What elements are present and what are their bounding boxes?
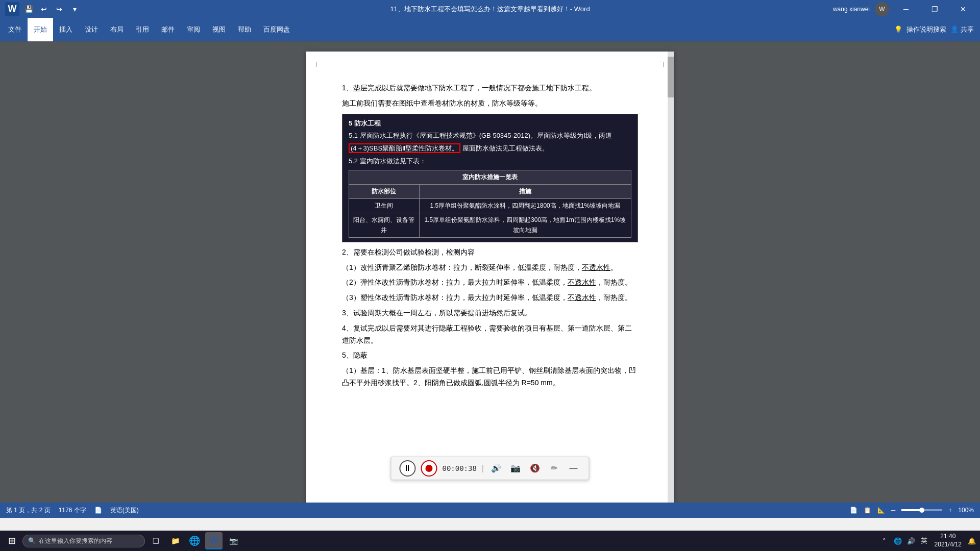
tab-file[interactable]: 文件 xyxy=(2,18,28,41)
tab-help[interactable]: 帮助 xyxy=(232,18,257,41)
page-info: 第 1 页，共 2 页 xyxy=(6,506,51,515)
layout-icon-2[interactable]: 📋 xyxy=(864,507,871,514)
taskbar-search-placeholder: 在这里输入你要搜索的内容 xyxy=(39,537,112,545)
clock-date: 2021/4/12 xyxy=(935,541,962,549)
taskbar-search[interactable]: 🔍 在这里输入你要搜索的内容 xyxy=(22,535,145,547)
tab-baidu[interactable]: 百度网盘 xyxy=(257,18,296,41)
task-view-button[interactable]: ❑ xyxy=(147,532,164,549)
camera-off-icon: 📷 xyxy=(510,462,521,475)
pen-icon: ✏ xyxy=(551,462,557,475)
underline-text-3: 不透水性 xyxy=(568,293,596,302)
vertical-scrollbar[interactable] xyxy=(668,52,674,503)
start-button[interactable]: ⊞ xyxy=(3,532,20,549)
tab-review[interactable]: 审阅 xyxy=(181,18,206,41)
share-button[interactable]: 👤 共享 xyxy=(950,25,974,34)
word-button[interactable]: W xyxy=(205,532,223,549)
close-button[interactable]: ✕ xyxy=(951,0,975,18)
document-title: 11、地下防水工程不会填写怎么办！这篇文章越早看到越好！- Word xyxy=(390,5,590,14)
volume-icon[interactable]: 🔊 xyxy=(906,536,916,546)
end-button[interactable]: — xyxy=(567,461,581,475)
title-bar: W 💾 ↩ ↪ ▾ 11、地下防水工程不会填写怎么办！这篇文章越早看到越好！- … xyxy=(0,0,980,18)
corner-tr xyxy=(658,62,664,67)
pause-icon: ⏸ xyxy=(403,462,411,475)
tab-home[interactable]: 开始 xyxy=(28,18,53,41)
camera-off-button[interactable]: 📷 xyxy=(508,461,523,475)
document-page: 1、垫层完成以后就需要做地下防水工程了，一般情况下都会施工地下防水工程。 施工前… xyxy=(306,52,674,503)
paragraph-5: （2）弹性体改性沥青防水卷材：拉力，最大拉力时延伸率，低温柔度，不透水性，耐热度… xyxy=(342,277,638,289)
end-icon: — xyxy=(570,462,578,475)
recording-toolbar: ⏸ 00:00:38 | 🔊 📷 🔇 ✏ — xyxy=(390,457,589,480)
zoom-minus-icon[interactable]: ─ xyxy=(891,507,896,514)
recording-time: 00:00:38 xyxy=(442,463,476,474)
section-title: 5 防水工程 xyxy=(349,118,631,129)
paragraph-9: 5、隐蔽 xyxy=(342,349,638,362)
undo-icon[interactable]: ↩ xyxy=(38,3,50,15)
ribbon: 文件 开始 插入 设计 布局 引用 邮件 审阅 视图 帮助 百度网盘 💡 操作说… xyxy=(0,18,980,41)
camera-button[interactable]: 📷 xyxy=(225,532,242,549)
underline-text-1: 不透水性 xyxy=(582,263,610,271)
zoom-slider-thumb[interactable] xyxy=(919,508,924,513)
tab-view[interactable]: 视图 xyxy=(206,18,232,41)
col-header-measure: 措施 xyxy=(419,184,631,198)
tab-design[interactable]: 设计 xyxy=(79,18,104,41)
task-view-icon: ❑ xyxy=(153,537,159,545)
network-icon[interactable]: 🌐 xyxy=(893,536,903,546)
zoom-level: 100% xyxy=(958,507,974,514)
tab-insert[interactable]: 插入 xyxy=(53,18,79,41)
ime-icon[interactable]: 英 xyxy=(919,536,929,546)
clock-time: 21:40 xyxy=(935,533,962,541)
notification-icon[interactable]: 🔔 xyxy=(967,536,977,546)
zoom-plus-icon[interactable]: + xyxy=(948,507,952,514)
stop-icon xyxy=(425,465,432,472)
table-title: 室内防水措施一览表 xyxy=(349,170,631,184)
volume-icon: 🔊 xyxy=(491,462,501,475)
search-icon: 💡 xyxy=(894,26,902,33)
paragraph-1: 1、垫层完成以后就需要做地下防水工程了，一般情况下都会施工地下防水工程。 xyxy=(342,82,638,94)
document-content: 1、垫层完成以后就需要做地下防水工程了，一般情况下都会施工地下防水工程。 施工前… xyxy=(342,82,638,389)
tab-references[interactable]: 引用 xyxy=(130,18,155,41)
pen-button[interactable]: ✏ xyxy=(547,461,561,475)
restore-button[interactable]: ❐ xyxy=(923,0,946,18)
pause-button[interactable]: ⏸ xyxy=(399,460,415,477)
redo-icon[interactable]: ↪ xyxy=(53,3,65,15)
volume-button[interactable]: 🔊 xyxy=(489,461,503,475)
stop-button[interactable] xyxy=(421,460,437,477)
taskbar: ⊞ 🔍 在这里输入你要搜索的内容 ❑ 📁 🌐 W 📷 ˄ 🌐 🔊 英 21:40… xyxy=(0,531,980,551)
tab-layout[interactable]: 布局 xyxy=(104,18,130,41)
word-count: 1176 个字 xyxy=(59,506,86,515)
mic-mute-button[interactable]: 🔇 xyxy=(528,461,542,475)
edge-button[interactable]: 🌐 xyxy=(186,532,203,549)
title-bar-left: W 💾 ↩ ↪ ▾ xyxy=(5,2,81,16)
user-avatar[interactable]: W xyxy=(875,2,889,16)
more-qa-icon[interactable]: ▾ xyxy=(68,3,81,15)
table-row: 卫生间 1.5厚单组份聚氨酯防水涂料，四周翻起1800高，地面找1%坡坡向地漏 xyxy=(349,199,631,213)
system-clock[interactable]: 21:40 2021/4/12 xyxy=(933,533,964,548)
zoom-slider[interactable] xyxy=(901,509,942,511)
underline-text-2: 不透水性 xyxy=(568,278,596,286)
table-cell-location-1: 卫生间 xyxy=(349,199,420,213)
user-name: wang xianwei xyxy=(833,6,870,13)
layout-icon-1[interactable]: 📄 xyxy=(850,507,857,514)
expand-tray-icon[interactable]: ˄ xyxy=(879,536,890,546)
scrollbar-thumb[interactable] xyxy=(668,57,674,97)
share-icon: 👤 xyxy=(950,26,959,33)
paragraph-9b: （1）基层：1、防水基层表面坚硬半整，施工前已用平铲、钢丝刷清除基层表面的突出物… xyxy=(342,365,638,389)
file-explorer-button[interactable]: 📁 xyxy=(166,532,184,549)
paragraph-4: （1）改性沥青聚乙烯胎防水卷材：拉力，断裂延伸率，低温柔度，耐热度，不透水性。 xyxy=(342,262,638,274)
edge-icon: 🌐 xyxy=(189,535,200,546)
table-cell-location-2: 阳台、水露间、设备管井 xyxy=(349,213,420,237)
ribbon-right: 💡 操作说明搜索 👤 共享 xyxy=(894,25,978,34)
word-logo-icon: W xyxy=(5,2,19,16)
status-bar-right: 📄 📋 📐 ─ + 100% xyxy=(850,507,974,514)
file-explorer-icon: 📁 xyxy=(171,537,180,545)
table-cell-measure-1: 1.5厚单组份聚氨酯防水涂料，四周翻起1800高，地面找1%坡坡向地漏 xyxy=(419,199,631,213)
mic-mute-icon: 🔇 xyxy=(530,462,540,475)
section-51: 5.1 屋面防水工程执行《屋面工程技术规范》(GB 50345-2012)。屋面… xyxy=(349,131,631,141)
save-icon[interactable]: 💾 xyxy=(22,3,35,15)
minimize-button[interactable]: ─ xyxy=(894,0,918,18)
layout-icon-3[interactable]: 📐 xyxy=(877,507,885,514)
view-mode-icon: 📄 xyxy=(94,507,102,514)
search-label[interactable]: 操作说明搜索 xyxy=(906,25,946,34)
tab-mailings[interactable]: 邮件 xyxy=(155,18,181,41)
waterproof-table: 室内防水措施一览表 防水部位 措施 卫生间 1.5厚单组份聚氨酯防水涂料，四周翻… xyxy=(349,170,631,238)
